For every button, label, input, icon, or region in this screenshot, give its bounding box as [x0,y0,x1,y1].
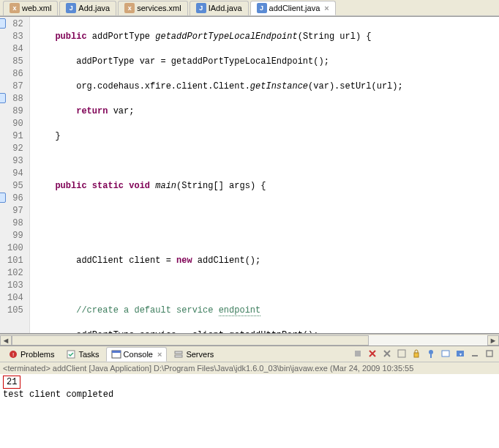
minus-marker-icon[interactable] [0,18,6,29]
tab-web-xml[interactable]: x web.xml [3,1,58,15]
remove-icon[interactable] [382,348,394,360]
tab-label: Add.java [78,4,110,12]
java-icon: J [196,3,206,13]
scroll-left-icon[interactable]: ◄ [0,335,12,346]
panel-tabs: ! Problems Tasks Console × Servers [0,346,499,362]
tab-label: services.xml [137,4,181,12]
clear-icon[interactable] [397,348,408,360]
minimize-icon[interactable] [470,348,481,360]
svg-point-10 [429,350,433,354]
code-area[interactable]: public addPortType getaddPortTypeLocalEn… [30,17,499,333]
tab-label: IAdd.java [209,4,242,12]
svg-rect-8 [398,350,405,357]
tab-problems[interactable]: ! Problems [3,347,59,362]
problems-icon: ! [8,349,18,359]
svg-text:!: ! [12,351,14,358]
panel-tab-label: Console [124,350,153,359]
java-icon: J [66,3,76,13]
svg-rect-7 [355,351,361,356]
svg-rect-15 [472,355,478,356]
svg-rect-5 [175,351,182,354]
panel-tab-label: Servers [186,350,214,359]
scroll-right-icon[interactable]: ► [487,335,499,346]
close-icon[interactable]: × [157,350,162,359]
tab-tasks[interactable]: Tasks [61,347,104,362]
horizontal-scrollbar[interactable]: ◄ ► [0,334,499,346]
servers-icon [173,349,184,359]
pin-icon[interactable] [426,348,438,360]
tab-add-java[interactable]: J Add.java [59,1,116,15]
xml-icon: x [10,3,20,13]
maximize-icon[interactable] [484,348,496,360]
panel-tab-label: Problems [20,350,54,359]
svg-rect-4 [112,351,121,353]
open-console-icon[interactable]: ▾ [455,348,467,360]
panel-tab-label: Tasks [78,350,99,359]
console-toolbar: ▾ [353,348,499,360]
svg-rect-9 [414,353,419,357]
tab-servers[interactable]: Servers [168,347,219,362]
editor-tabs: x web.xml J Add.java x services.xml J IA… [0,0,499,16]
console-line: test client completed [3,389,496,400]
console-process-label: <terminated> addClient [Java Application… [0,362,499,374]
tab-label: addClient.java [269,4,320,12]
tab-services-xml[interactable]: x services.xml [118,1,188,15]
tasks-icon [66,349,76,359]
svg-text:▾: ▾ [459,352,462,356]
code-editor: 8283848586878889909192939495969798991001… [0,16,499,334]
xml-icon: x [124,3,135,13]
remove-all-icon[interactable] [367,348,379,360]
display-icon[interactable] [440,348,452,360]
tab-iadd-java[interactable]: J IAdd.java [190,1,249,15]
line-gutter: 8283848586878889909192939495969798991001… [0,17,30,333]
console-icon [111,349,121,359]
task-marker-icon[interactable] [0,193,6,203]
console-line: 21 [3,376,20,389]
tab-label: web.xml [22,4,51,12]
console-output[interactable]: 21 test client completed [0,374,499,448]
tab-console[interactable]: Console × [106,347,168,362]
java-icon: J [257,3,267,13]
svg-rect-16 [487,351,492,356]
close-icon[interactable]: × [324,4,329,12]
svg-rect-6 [175,355,182,357]
terminate-icon[interactable] [353,348,364,360]
tab-addclient-java[interactable]: J addClient.java × [250,1,336,15]
scroll-lock-icon[interactable] [411,348,423,360]
svg-rect-12 [442,351,449,356]
bottom-panel: ! Problems Tasks Console × Servers [0,346,499,448]
minus-marker-icon[interactable] [0,93,6,103]
